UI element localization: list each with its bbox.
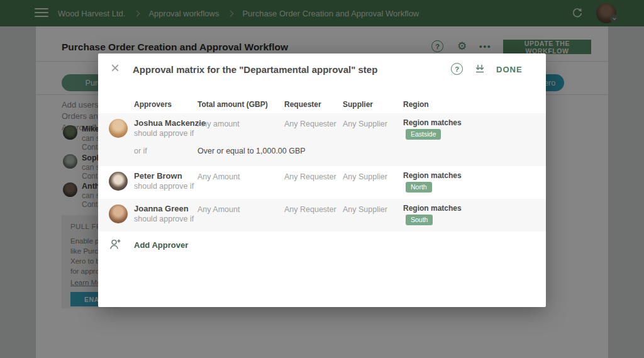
region-badge: Eastside xyxy=(406,129,441,140)
region-rule-label: Region matches xyxy=(403,118,462,127)
supplier-rule: Any Supplier xyxy=(343,205,387,214)
avatar xyxy=(109,119,128,138)
supplier-rule: Any Supplier xyxy=(343,172,387,181)
avatar xyxy=(109,172,128,191)
approver-name: Joshua Mackenzie xyxy=(134,118,206,128)
amount-rule: Any Amount xyxy=(197,205,240,214)
add-approver-button[interactable]: Add Approver xyxy=(98,232,546,260)
requester-rule: Any Requester xyxy=(284,205,336,214)
column-header-requester: Requester xyxy=(284,100,321,109)
column-header-approvers: Approvers xyxy=(134,100,172,109)
copy-down-icon[interactable] xyxy=(475,64,485,76)
help-icon[interactable]: ? xyxy=(451,63,463,75)
done-button[interactable]: DONE xyxy=(496,65,523,74)
region-rule-label: Region matches xyxy=(403,171,462,180)
region-badge: North xyxy=(406,182,432,193)
approver-condition: should approve if xyxy=(134,129,194,138)
column-header-total-amount[interactable]: Total amount (GBP) xyxy=(197,100,268,109)
approver-condition: should approve if xyxy=(134,182,194,191)
approver-condition: should approve if xyxy=(134,215,194,223)
amount-rule: Any amount xyxy=(197,120,240,128)
screen: Wood Harvest Ltd. Approval workflows Pur… xyxy=(0,0,644,358)
approver-name: Joanna Green xyxy=(134,204,189,213)
region-rule-label: Region matches xyxy=(403,204,462,213)
amount-rule: Any Amount xyxy=(197,172,240,181)
or-if-label: or if xyxy=(134,147,147,155)
requester-rule: Any Requester xyxy=(284,172,336,181)
requester-rule: Any Requester xyxy=(284,120,336,128)
modal-title: Approval matrix for the "Departamental a… xyxy=(133,64,377,75)
column-header-region: Region xyxy=(403,100,429,109)
column-header-supplier: Supplier xyxy=(343,100,373,109)
avatar xyxy=(109,204,128,223)
region-badge: South xyxy=(406,215,433,225)
add-user-icon xyxy=(109,237,123,254)
approver-name: Peter Brown xyxy=(134,171,182,181)
close-icon[interactable]: × xyxy=(111,59,119,77)
amount-threshold-rule: Over or equal to 1,000.00 GBP xyxy=(197,147,306,155)
approval-matrix-modal: × Approval matrix for the "Departamental… xyxy=(98,53,546,307)
supplier-rule: Any Supplier xyxy=(343,120,387,128)
add-approver-label: Add Approver xyxy=(134,240,188,250)
